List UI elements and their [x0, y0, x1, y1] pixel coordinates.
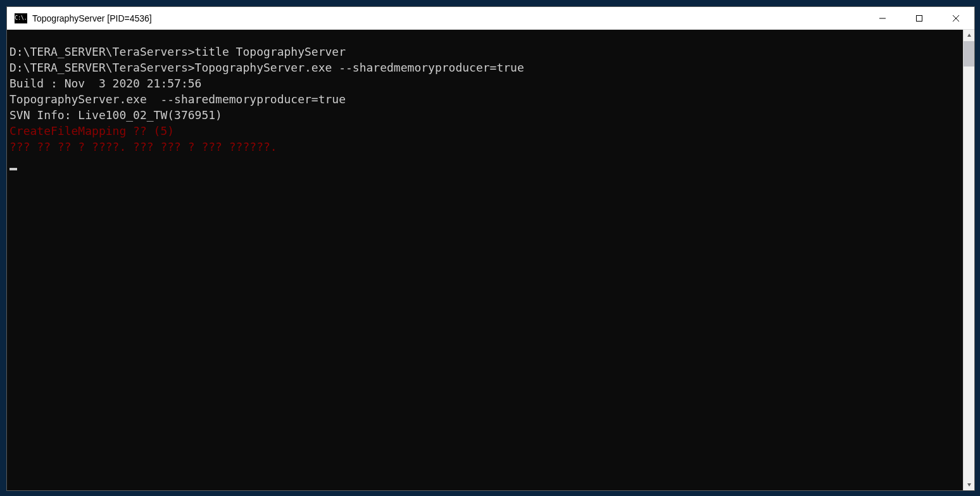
terminal-line: TopographyServer.exe --sharedmemoryprodu…: [9, 91, 959, 107]
scroll-up-button[interactable]: [964, 30, 974, 41]
client-area: D:\TERA_SERVER\TeraServers>title Topogra…: [7, 30, 974, 490]
close-button[interactable]: [938, 7, 974, 29]
titlebar[interactable]: C:\. TopographyServer [PID=4536]: [7, 7, 974, 30]
svg-marker-4: [967, 34, 971, 37]
terminal-line: CreateFileMapping ?? (5): [9, 123, 959, 139]
terminal-line: D:\TERA_SERVER\TeraServers>title Topogra…: [9, 44, 959, 60]
titlebar-left: C:\. TopographyServer [PID=4536]: [7, 13, 152, 23]
minimize-button[interactable]: [864, 7, 901, 29]
svg-marker-5: [967, 483, 971, 486]
cursor: [9, 168, 17, 170]
window-title: TopographyServer [PID=4536]: [32, 13, 152, 23]
vertical-scrollbar[interactable]: [963, 30, 974, 490]
scroll-down-button[interactable]: [964, 479, 974, 490]
svg-rect-1: [917, 15, 922, 21]
terminal-line: D:\TERA_SERVER\TeraServers>TopographySer…: [9, 60, 959, 75]
window-controls: [864, 7, 974, 29]
cmd-icon: C:\.: [15, 13, 27, 23]
terminal-line: SVN Info: Live100_02_TW(376951): [9, 107, 959, 123]
console-window: C:\. TopographyServer [PID=4536] D:\TERA…: [6, 6, 975, 491]
terminal-output[interactable]: D:\TERA_SERVER\TeraServers>title Topogra…: [7, 30, 963, 490]
cmd-icon-label: C:\.: [15, 15, 27, 21]
scrollbar-track[interactable]: [964, 41, 974, 479]
terminal-line: Build : Nov 3 2020 21:57:56: [9, 75, 959, 91]
scrollbar-thumb[interactable]: [964, 41, 974, 67]
terminal-line: ??? ?? ?? ? ????. ??? ??? ? ??? ??????.: [9, 139, 959, 155]
maximize-button[interactable]: [901, 7, 938, 29]
